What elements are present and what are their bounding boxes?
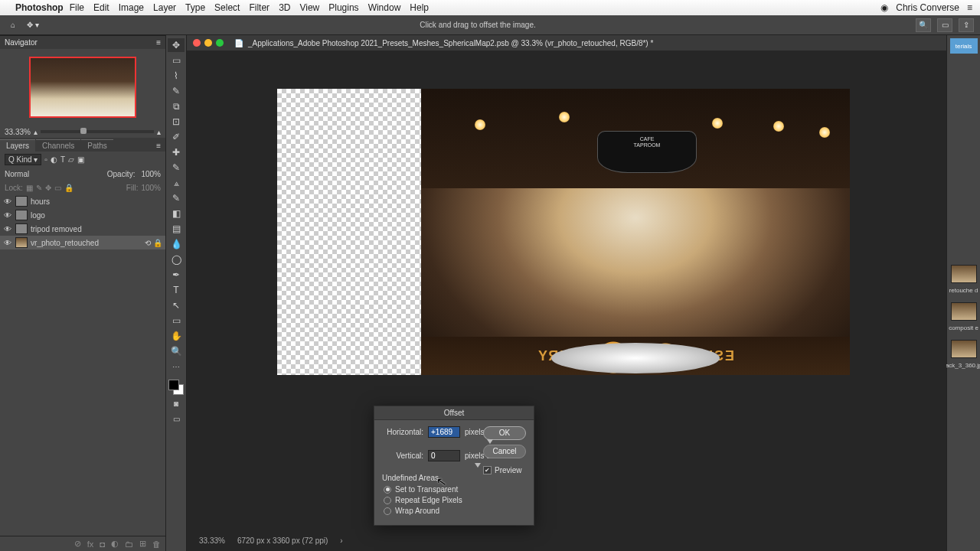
layer-thumbnail[interactable] [15, 223, 28, 234]
share-icon[interactable]: ⇪ [959, 18, 974, 32]
status-dimensions[interactable]: 6720 px x 3360 px (72 ppi) [237, 536, 328, 545]
menu-type[interactable]: Type [185, 2, 205, 13]
search-icon[interactable]: 🔍 [916, 18, 931, 32]
ok-button[interactable]: OK [483, 426, 526, 440]
layer-name[interactable]: tripod removed [31, 225, 82, 233]
zoom-in-icon[interactable]: ▴ [157, 128, 161, 136]
radio-repeat-edge[interactable]: Repeat Edge Pixels [382, 496, 526, 504]
menu-image[interactable]: Image [119, 2, 144, 13]
lock-nest-icon[interactable]: ▭ [54, 184, 61, 192]
dodge-tool-icon[interactable]: ◯ [168, 253, 185, 266]
rectangle-tool-icon[interactable]: ▭ [168, 314, 185, 328]
menu-filter[interactable]: Filter [249, 2, 270, 13]
edit-toolbar-icon[interactable]: ⋯ [168, 360, 185, 373]
app-name[interactable]: Photoshop [15, 2, 64, 13]
status-arrow-icon[interactable]: › [340, 536, 342, 545]
layer-filter-kind[interactable]: Q Kind ▾ [5, 154, 41, 165]
link-icon[interactable]: ⟲ 🔒 [145, 239, 162, 247]
panel-menu-icon[interactable]: ≡ [156, 38, 161, 47]
gradient-tool-icon[interactable]: ▤ [168, 222, 185, 236]
panel-menu-icon[interactable]: ≡ [152, 140, 165, 152]
screenmode-icon[interactable]: ▭ [168, 412, 185, 425]
radio-icon[interactable] [384, 486, 391, 494]
layer-name[interactable]: logo [31, 211, 45, 220]
filter-type-icon[interactable]: T [60, 155, 65, 164]
vertical-input[interactable] [428, 450, 460, 461]
navigator-thumbnail[interactable] [29, 57, 136, 118]
history-brush-icon[interactable]: ✎ [168, 191, 185, 205]
menu-select[interactable]: Select [214, 2, 240, 13]
menu-3d[interactable]: 3D [279, 2, 290, 13]
navigator-zoom[interactable]: 33.33% [5, 128, 31, 136]
filter-smart-icon[interactable]: ▣ [77, 155, 84, 164]
color-swatch[interactable] [168, 380, 184, 395]
zoom-tool-icon[interactable]: 🔍 [168, 344, 185, 358]
visibility-icon[interactable]: 👁 [3, 197, 12, 206]
menu-extra-icon[interactable]: ≡ [967, 2, 972, 13]
asset-thumbnail[interactable] [951, 340, 977, 358]
visibility-icon[interactable]: 👁 [3, 225, 12, 233]
tab-layers[interactable]: Layers [0, 139, 35, 152]
layer-thumbnail[interactable] [15, 196, 28, 207]
layer-thumbnail[interactable] [15, 237, 28, 248]
tab-channels[interactable]: Channels [36, 139, 80, 152]
type-tool-icon[interactable]: T [168, 283, 185, 297]
layer-row[interactable]: 👁 logo [0, 208, 165, 222]
new-layer-icon[interactable]: ⊞ [139, 539, 146, 549]
blend-mode-select[interactable]: Normal [5, 170, 29, 178]
eraser-tool-icon[interactable]: ◧ [168, 207, 185, 220]
radio-icon[interactable] [384, 507, 391, 515]
workspace-icon[interactable]: ▭ [937, 18, 952, 32]
lock-paint-icon[interactable]: ✎ [36, 184, 42, 192]
fx-icon[interactable]: fx [87, 540, 94, 549]
document-tab[interactable]: 📄 _Applications_Adobe Photoshop 2021_Pre… [187, 35, 946, 51]
asset-thumbnail[interactable] [951, 265, 977, 283]
layer-name[interactable]: vr_photo_retouched [31, 239, 99, 247]
filter-shape-icon[interactable]: ▱ [68, 155, 74, 164]
lock-pos-icon[interactable]: ✥ [45, 184, 51, 192]
marquee-tool-icon[interactable]: ▭ [168, 54, 185, 67]
status-zoom[interactable]: 33.33% [199, 536, 225, 545]
navigator-zoom-slider[interactable] [41, 130, 154, 133]
brush-tool-icon[interactable]: ✎ [168, 161, 185, 174]
quickmask-icon[interactable]: ◙ [168, 396, 185, 410]
materials-tab[interactable]: terials [950, 38, 978, 54]
move-tool-icon[interactable]: ✥ ▾ [26, 21, 40, 29]
hand-tool-icon[interactable]: ✋ [168, 329, 185, 343]
path-select-icon[interactable]: ↖ [168, 298, 185, 312]
radio-wrap-around[interactable]: Wrap Around [382, 507, 526, 515]
cancel-button[interactable]: Cancel [483, 445, 526, 458]
pen-tool-icon[interactable]: ✒ [168, 268, 185, 282]
layer-thumbnail[interactable] [15, 210, 28, 220]
menu-window[interactable]: Window [368, 2, 401, 13]
radio-icon[interactable] [384, 497, 391, 504]
fill-value[interactable]: 100% [141, 184, 161, 192]
frame-tool-icon[interactable]: ⊡ [168, 115, 185, 129]
mask-icon[interactable]: ◘ [100, 540, 105, 549]
stamp-tool-icon[interactable]: ⟁ [168, 176, 185, 190]
canvas[interactable]: CAFE TAPROOM WERY ESUOH EEFFOC 33.33% 67… [187, 51, 946, 551]
layer-row[interactable]: 👁 vr_photo_retouched ⟲ 🔒 [0, 236, 165, 249]
eyedropper-tool-icon[interactable]: ✐ [168, 130, 185, 144]
zoom-out-icon[interactable]: ▴ [34, 128, 38, 136]
maximize-window-icon[interactable] [216, 39, 224, 47]
layer-row[interactable]: 👁 hours [0, 194, 165, 208]
horizontal-input[interactable] [428, 426, 460, 438]
crop-tool-icon[interactable]: ⧉ [168, 99, 185, 113]
home-icon[interactable]: ⌂ [6, 21, 20, 29]
quick-select-tool-icon[interactable]: ✎ [168, 84, 185, 98]
canvas-content[interactable]: CAFE TAPROOM WERY ESUOH EEFFOC [277, 89, 850, 375]
horizontal-slider[interactable] [428, 441, 526, 445]
link-layers-icon[interactable]: ⊘ [74, 539, 81, 549]
radio-set-transparent[interactable]: Set to Transparent [382, 485, 526, 494]
close-window-icon[interactable] [193, 39, 201, 47]
visibility-icon[interactable]: 👁 [3, 239, 12, 247]
group-icon[interactable]: 🗀 [125, 540, 133, 549]
layer-row[interactable]: 👁 tripod removed [0, 222, 165, 236]
menu-file[interactable]: File [70, 2, 84, 13]
menu-plugins[interactable]: Plugins [328, 2, 358, 13]
vertical-slider[interactable] [428, 465, 526, 469]
tab-paths[interactable]: Paths [81, 139, 113, 152]
asset-thumbnail[interactable] [951, 302, 977, 321]
healing-tool-icon[interactable]: ✚ [168, 145, 185, 159]
